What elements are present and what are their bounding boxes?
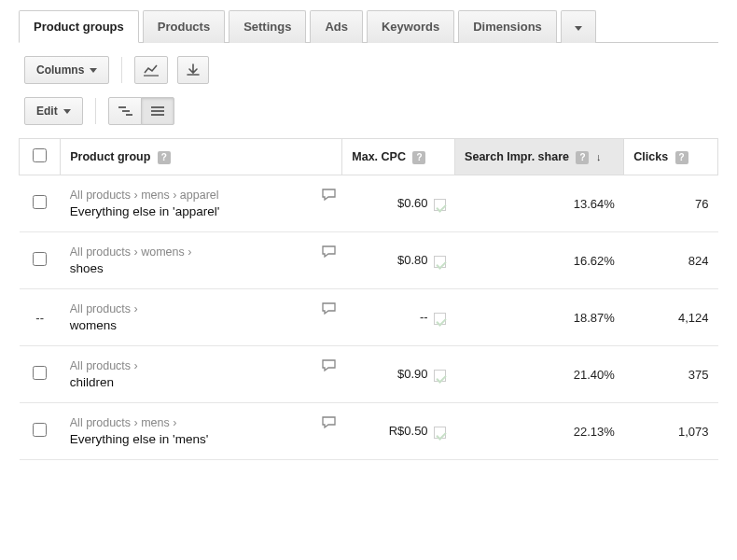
product-group-name[interactable]: children [70,375,313,389]
max-cpc-value[interactable]: R$0.50 [389,424,428,438]
tab-product-groups[interactable]: Product groups [19,10,139,43]
search-impr-share-value: 21.40% [574,368,615,382]
toolbar-row-2: Edit [19,97,718,125]
download-button[interactable] [177,56,209,84]
view-tree-button[interactable] [108,97,142,125]
help-icon[interactable]: ? [158,151,171,164]
list-view-icon [150,105,165,117]
tab-dimensions[interactable]: Dimensions [458,10,557,43]
toolbar-row-1: Columns [19,56,718,84]
chart-button[interactable] [134,56,168,84]
max-cpc-value[interactable]: -- [420,310,428,324]
divider [121,57,122,83]
clicks-value: 76 [695,197,708,211]
search-impr-share-value: 13.64% [574,197,615,211]
comment-icon[interactable] [322,189,337,202]
edit-button-label: Edit [36,105,58,118]
view-toggle-group [108,97,174,125]
max-cpc-value[interactable]: $0.80 [397,253,428,267]
download-icon [187,63,200,77]
table-row: All products › mens › apparelEverything … [20,175,718,232]
tab-more[interactable] [561,10,596,43]
help-icon[interactable]: ? [412,151,425,164]
caret-down-icon [90,68,97,73]
table-row: All products › womens ›shoes$0.8016.62%8… [20,232,718,289]
table-row: All products › mens ›Everything else in … [20,403,718,460]
breadcrumb: All products › [70,302,313,315]
tabs-bar: Product groups Products Settings Ads Key… [19,9,718,43]
comment-icon[interactable] [322,302,337,315]
comment-icon[interactable] [322,245,337,259]
help-icon[interactable]: ? [675,151,688,164]
breadcrumb: All products › [70,359,313,372]
product-group-name[interactable]: shoes [70,261,313,275]
comment-icon[interactable] [322,359,337,372]
product-group-name[interactable]: Everything else in 'apparel' [70,204,313,218]
clicks-value: 1,073 [678,425,709,439]
sort-down-icon: ↓ [596,151,602,162]
caret-down-icon [575,26,582,31]
product-group-name[interactable]: Everything else in 'mens' [70,432,313,446]
header-clicks-label: Clicks [633,150,668,163]
chart-icon [144,63,159,77]
row-checkbox[interactable] [33,423,47,437]
header-search-impr-share[interactable]: Search Impr. share ? ↓ [455,139,624,175]
header-clicks[interactable]: Clicks ? [624,139,718,175]
edit-mark-icon[interactable] [434,370,446,382]
clicks-value: 4,124 [678,311,709,325]
row-checkbox[interactable] [33,366,47,380]
row-checkbox[interactable] [33,195,47,209]
header-max-cpc[interactable]: Max. CPC ? [342,139,455,175]
max-cpc-value[interactable]: $0.60 [397,196,428,210]
search-impr-share-value: 16.62% [574,254,615,268]
header-checkbox-col [20,139,61,175]
row-checkbox-dash: -- [35,311,44,325]
comment-icon[interactable] [322,416,337,429]
row-checkbox[interactable] [33,252,47,266]
caret-down-icon [63,109,71,114]
divider [95,98,96,124]
header-product-group[interactable]: Product group ? [61,139,342,175]
table-row: --All products ›womens--18.87%4,124 [20,289,718,346]
edit-mark-icon[interactable] [434,256,446,268]
tab-ads[interactable]: Ads [310,10,363,43]
product-group-name[interactable]: womens [70,318,313,332]
edit-mark-icon[interactable] [434,427,446,439]
edit-mark-icon[interactable] [434,313,446,325]
columns-button[interactable]: Columns [24,56,109,84]
edit-button[interactable]: Edit [24,97,83,125]
breadcrumb: All products › womens › [70,245,313,259]
tab-keywords[interactable]: Keywords [367,10,454,43]
header-sis-label: Search Impr. share [465,150,569,163]
breadcrumb: All products › mens › apparel [70,189,313,202]
search-impr-share-value: 18.87% [574,311,615,325]
view-list-button[interactable] [141,97,174,125]
columns-button-label: Columns [36,63,84,77]
breadcrumb: All products › mens › [70,416,313,429]
search-impr-share-value: 22.13% [574,425,615,439]
select-all-checkbox[interactable] [33,148,47,162]
header-max-cpc-label: Max. CPC [352,150,406,163]
product-groups-table: Product group ? Max. CPC ? Search Impr. … [19,138,718,460]
header-product-group-label: Product group [70,150,150,163]
tree-view-icon [118,105,132,117]
help-icon[interactable]: ? [576,151,589,164]
tab-products[interactable]: Products [143,10,225,43]
clicks-value: 824 [688,254,709,268]
tab-settings[interactable]: Settings [229,10,306,43]
clicks-value: 375 [688,368,709,382]
max-cpc-value[interactable]: $0.90 [397,367,428,381]
table-row: All products ›children$0.9021.40%375 [20,346,718,403]
edit-mark-icon[interactable] [434,199,446,211]
